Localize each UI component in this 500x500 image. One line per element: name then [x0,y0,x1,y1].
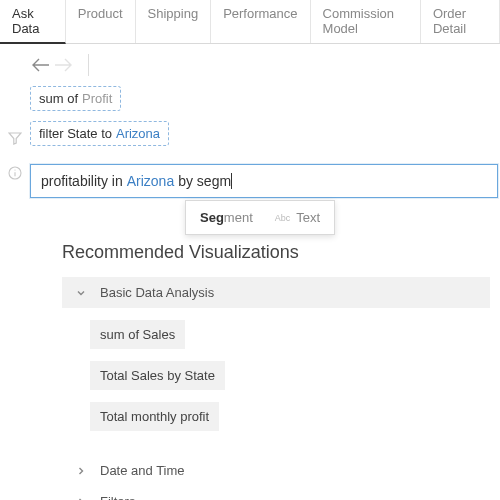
basic-items: sum of Sales Total Sales by State Total … [62,308,490,455]
forward-button[interactable] [52,54,74,76]
info-icon [8,166,22,180]
group-basic-data-analysis[interactable]: Basic Data Analysis [62,277,490,308]
group-date-and-time[interactable]: Date and Time [62,455,490,486]
group-filters[interactable]: Filters [62,486,490,500]
filter-icon [8,131,22,145]
arrow-right-icon [54,58,72,72]
chevron-right-icon [72,466,90,476]
separator [88,54,89,76]
group-label: Filters [100,494,135,500]
chip-filter-prefix: filter State to [39,126,112,141]
tab-product[interactable]: Product [66,0,136,43]
rec-item-total-monthly-profit[interactable]: Total monthly profit [90,402,219,431]
text-caret [231,173,232,189]
query-input[interactable]: profitability in Arizona by segm Segment… [30,164,498,198]
suggest-type-label: Text [296,210,320,225]
chip-filter-value: Arizona [116,126,160,141]
tab-ask-data[interactable]: Ask Data [0,0,66,44]
section-title: Recommended Visualizations [62,242,490,263]
back-button[interactable] [30,54,52,76]
tab-bar: Ask Data Product Shipping Performance Co… [0,0,500,44]
rec-item-total-sales-state[interactable]: Total Sales by State [90,361,225,390]
chip-field: Profit [82,91,112,106]
query-highlight: Arizona [127,173,174,189]
tab-order-detail[interactable]: Order Detail [421,0,500,43]
query-post: by segm [178,173,231,189]
chevron-down-icon [72,288,90,298]
recommendations-section: Recommended Visualizations Basic Data An… [0,198,500,500]
arrow-left-icon [32,58,50,72]
autocomplete-popup: Segment Abc Text [185,200,335,235]
svg-point-1 [14,169,15,170]
nav-row [0,44,500,86]
chevron-right-icon [72,497,90,501]
chip-sum-profit[interactable]: sum of Profit [30,86,121,111]
query-pre: profitability in [41,173,123,189]
chip-filter-arizona[interactable]: filter State to Arizona [30,121,169,146]
chip-prefix: sum of [39,91,78,106]
suggest-type: Abc Text [275,210,320,225]
group-label: Basic Data Analysis [100,285,214,300]
group-label: Date and Time [100,463,185,478]
abc-icon: Abc [275,213,291,223]
tab-commission-model[interactable]: Commission Model [311,0,421,43]
suggest-option-segment[interactable]: Segment [200,210,253,225]
tab-performance[interactable]: Performance [211,0,310,43]
tab-shipping[interactable]: Shipping [136,0,212,43]
rec-item-sum-sales[interactable]: sum of Sales [90,320,185,349]
